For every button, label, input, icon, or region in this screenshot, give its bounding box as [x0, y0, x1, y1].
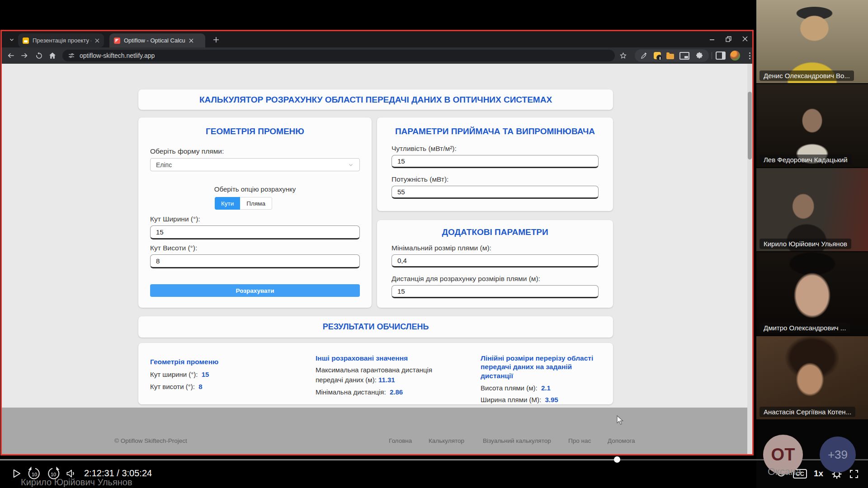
- mouse-cursor: [616, 415, 625, 425]
- participant-video-tile[interactable]: Кирило Юрійович Ульянов: [756, 168, 868, 251]
- page-scrollbar[interactable]: [747, 64, 752, 454]
- back-icon[interactable]: [5, 50, 16, 61]
- site-info-icon[interactable]: [68, 52, 75, 59]
- scrollbar-thumb[interactable]: [748, 92, 752, 160]
- participant-name: Лев Федорович Кадацький: [760, 155, 852, 165]
- angle-width-input[interactable]: [150, 225, 360, 239]
- forward-seconds: 10: [45, 472, 61, 477]
- calc-distance-input[interactable]: [392, 285, 599, 298]
- fullscreen-icon[interactable]: [848, 468, 860, 480]
- profile-avatar-icon[interactable]: [730, 50, 741, 61]
- option-label: Оберіть опцію розрахунку: [138, 185, 372, 193]
- page-title-card: КАЛЬКУЛЯТОР РОЗРАХУНКУ ОБЛАСТІ ПЕРЕДАЧІ …: [138, 89, 613, 110]
- results-col2-heading: Інші розраховані значення: [316, 354, 441, 362]
- progress-watched: [0, 459, 617, 460]
- forward-icon[interactable]: [19, 50, 30, 61]
- menu-kebab-icon[interactable]: [744, 50, 755, 61]
- folder-extension-icon[interactable]: [666, 54, 674, 59]
- picture-in-picture-icon[interactable]: [679, 52, 689, 60]
- video-progress-bar[interactable]: [0, 459, 868, 460]
- participant-video-tile[interactable]: Анастасія Сергіївна Котен...: [756, 336, 868, 419]
- footer-link-about[interactable]: Про нас: [568, 437, 591, 444]
- result-min-distance-value: 2.86: [390, 388, 403, 396]
- participants-sidebar: Денис Олександрович Во... Лев Федорович …: [756, 0, 868, 488]
- active-speaker-overlay: Кирило Юрійович Ульянов: [21, 477, 132, 488]
- tab-close-icon[interactable]: [95, 38, 99, 43]
- power-label: Потужність (мВт):: [392, 175, 448, 183]
- toolbar-separator: [712, 52, 712, 59]
- result-height-label: Кут висоти (°):: [150, 383, 195, 390]
- footer-link-help[interactable]: Допомога: [608, 437, 635, 444]
- tab-presentation[interactable]: Презентація проекту - Google: [18, 33, 104, 47]
- password-alert-icon[interactable]: [654, 52, 661, 59]
- minimize-icon[interactable]: [709, 36, 715, 42]
- min-spot-label: Мінімальний розмір плями (м):: [392, 244, 491, 252]
- page-footer: © Optiflow Skiftech-Project Головна Каль…: [2, 408, 752, 454]
- footer-link-home[interactable]: Головна: [389, 437, 412, 444]
- result-spot-width-value: 3.95: [545, 396, 558, 404]
- geometry-heading: ГЕОМЕТРІЯ ПРОМЕНЮ: [138, 127, 372, 136]
- option-angles-button[interactable]: Кути: [215, 197, 240, 210]
- tab-close-icon[interactable]: [189, 38, 193, 43]
- participant-video-tile[interactable]: Денис Олександрович Во...: [756, 0, 868, 83]
- bookmark-star-icon[interactable]: [618, 50, 628, 61]
- participant-video-tile[interactable]: Дмитро Олександрович ...: [756, 252, 868, 335]
- results-col-geometry: Геометрія променю Кут ширини (°): 15 Кут…: [150, 357, 286, 392]
- eyedropper-icon[interactable]: [640, 52, 648, 60]
- tab-search-chevron-icon[interactable]: [7, 35, 16, 44]
- participant-name: Дмитро Олександрович ...: [760, 323, 850, 333]
- tab-strip: Презентація проекту - Google Optiflow - …: [2, 31, 752, 47]
- footer-link-calculator[interactable]: Калькулятор: [429, 437, 464, 444]
- video-call-screen: Презентація проекту - Google Optiflow - …: [0, 0, 868, 488]
- results-header-card: РЕЗУЛЬТАТИ ОБЧИСЛЕНЬ: [138, 316, 613, 338]
- results-col3-heading: Лінійні розміри перерізу області передач…: [481, 354, 598, 380]
- participant-video-tile[interactable]: Лев Федорович Кадацький: [756, 84, 868, 167]
- result-spot-height-value: 2.1: [541, 384, 551, 392]
- receiver-heading: ПАРАМЕТРИ ПРИЙМАЧА ТА ВИПРОМІНЮВАЧА: [377, 127, 613, 136]
- result-width-value: 15: [202, 371, 209, 378]
- extensions-puzzle-icon[interactable]: [695, 52, 703, 60]
- power-input[interactable]: [392, 186, 599, 199]
- angle-height-input[interactable]: [150, 254, 360, 268]
- new-tab-button[interactable]: [212, 35, 221, 44]
- side-panel-icon[interactable]: [715, 50, 726, 61]
- results-col1-heading: Геометрія променю: [150, 357, 286, 366]
- tab-optiflow[interactable]: Optiflow - Optical Calcus: [109, 33, 205, 47]
- footer-link-visual-calculator[interactable]: Візуальний калькулятор: [483, 437, 551, 444]
- results-col-other: Інші розраховані значення Максимальна га…: [316, 354, 441, 397]
- more-participants-badge[interactable]: +39: [820, 436, 856, 473]
- extensions-group: [635, 49, 709, 62]
- address-bar[interactable]: optiflow-skiftech.netlify.app: [62, 50, 615, 61]
- shape-label: Оберіть форму плями:: [150, 147, 224, 155]
- playback-speed-button[interactable]: 1x: [814, 469, 823, 479]
- calc-distance-label: Дистанція для розрахунку розмірів плями …: [392, 275, 540, 283]
- home-icon[interactable]: [47, 50, 58, 61]
- chevron-down-icon: [348, 162, 354, 168]
- browser-toolbar: optiflow-skiftech.netlify.app: [2, 47, 752, 64]
- close-icon[interactable]: [742, 36, 748, 42]
- shape-select-value: Еліпс: [156, 161, 172, 169]
- result-max-distance-value: 11.31: [378, 376, 395, 384]
- results-card: Геометрія променю Кут ширини (°): 15 Кут…: [138, 343, 613, 404]
- url-text: optiflow-skiftech.netlify.app: [80, 52, 155, 59]
- result-min-distance-label: Мінімальна дистанція:: [316, 388, 386, 396]
- google-slides-icon: [23, 38, 29, 44]
- sensitivity-label: Чутливість (мВт/м²):: [392, 145, 457, 153]
- min-spot-input[interactable]: [392, 254, 599, 267]
- results-col-linear: Лінійні розміри перерізу області передач…: [481, 354, 598, 405]
- shape-select[interactable]: Еліпс: [150, 158, 360, 171]
- progress-playhead[interactable]: [614, 456, 620, 463]
- tab-title: Optiflow - Optical Calcus: [124, 37, 185, 44]
- restore-icon[interactable]: [726, 36, 731, 42]
- calculate-button[interactable]: Розрахувати: [150, 284, 360, 297]
- reload-icon[interactable]: [33, 50, 44, 61]
- sensitivity-input[interactable]: [392, 155, 599, 168]
- geometry-card: ГЕОМЕТРІЯ ПРОМЕНЮ Оберіть форму плями: Е…: [138, 117, 372, 308]
- receiver-card: ПАРАМЕТРИ ПРИЙМАЧА ТА ВИПРОМІНЮВАЧА Чутл…: [377, 117, 613, 211]
- results-heading: РЕЗУЛЬТАТИ ОБЧИСЛЕНЬ: [323, 322, 429, 332]
- option-spot-button[interactable]: Пляма: [240, 197, 272, 210]
- result-spot-width-label: Ширина плями (М):: [481, 396, 541, 404]
- tab-title: Презентація проекту - Google: [33, 37, 91, 44]
- additional-card: ДОДАТКОВІ ПАРАМЕТРИ Мінімальний розмір п…: [377, 220, 613, 308]
- result-height-value: 8: [198, 383, 202, 390]
